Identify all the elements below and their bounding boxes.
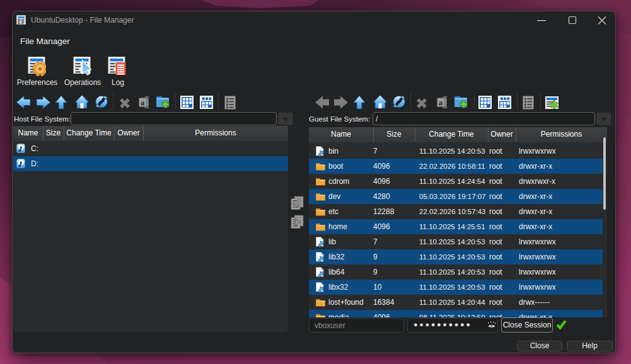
svg-text:a: a bbox=[439, 98, 443, 107]
svg-text:a: a bbox=[141, 98, 145, 107]
